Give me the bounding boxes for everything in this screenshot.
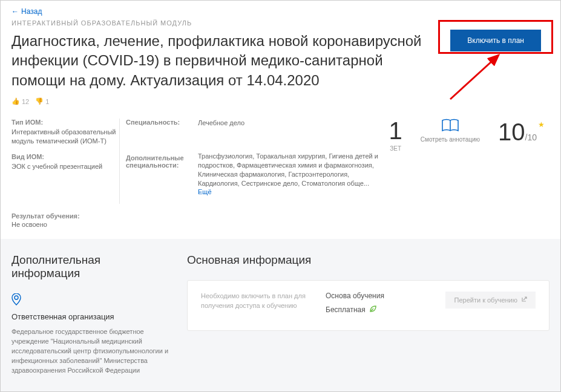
rating-max: /10 (525, 132, 537, 142)
zet-label: ЗЕТ (389, 145, 402, 152)
info-card: Необходимо включить в план для получения… (187, 280, 550, 331)
svg-line-0 (450, 55, 499, 99)
location-pin-icon (11, 293, 169, 307)
votes-row: 👍 12 👎 1 (11, 97, 550, 105)
goto-learning-button[interactable]: Перейти к обучению (445, 292, 536, 309)
extra-spec-label: Дополнительные специальности: (126, 154, 198, 169)
spec-label: Специальность: (126, 119, 198, 126)
kind-value: ЭОК с учебной презентацией (11, 162, 119, 171)
include-in-plan-button[interactable]: Включить в план (450, 30, 541, 51)
basis-label: Основа обучения (326, 292, 430, 300)
kind-label: Вид ИОМ: (11, 153, 119, 160)
leaf-icon (369, 305, 377, 315)
zet-stat: 1 ЗЕТ (389, 119, 402, 152)
arrow-annotation-icon (444, 48, 511, 102)
external-link-icon (521, 296, 527, 304)
org-label: Ответственная организация (11, 312, 169, 321)
more-link[interactable]: Ещё (198, 188, 212, 195)
thumbs-down-icon: 👎 (35, 97, 44, 105)
annotation-button[interactable]: Смотреть аннотацию (421, 119, 480, 143)
type-label: Тип ИОМ: (11, 119, 119, 126)
extra-spec-value: Трансфузиология, Торакальная хирургия, Г… (198, 152, 379, 197)
additional-info-title: Дополнительная информация (11, 253, 169, 280)
type-value: Интерактивный образовательный модуль тем… (11, 128, 119, 146)
thumbs-up-icon: 👍 (11, 97, 20, 105)
dislike-count: 1 (45, 98, 49, 105)
main-info-title: Основная информация (187, 253, 550, 267)
page-title: Диагностика, лечение, профилактика новой… (11, 31, 435, 90)
back-link[interactable]: ← Назад (11, 7, 42, 16)
like-button[interactable]: 👍 12 (11, 97, 29, 105)
goto-label: Перейти к обучению (454, 296, 517, 304)
module-type-label: ИНТЕРАКТИВНЫЙ ОБРАЗОВАТЕЛЬНЫЙ МОДУЛЬ (11, 19, 550, 27)
rating-value: 10 (498, 119, 525, 146)
free-label: Бесплатная (326, 305, 366, 314)
org-value: Федеральное государственное бюджетное уч… (11, 327, 169, 376)
arrow-left-icon: ← (11, 7, 19, 16)
star-icon: ★ (538, 120, 545, 129)
like-count: 12 (22, 98, 29, 105)
dislike-button[interactable]: 👎 1 (35, 97, 49, 105)
zet-value: 1 (389, 119, 402, 143)
rating-stat: 10 /10 ★ (498, 119, 545, 146)
info-notice: Необходимо включить в план для получения… (201, 292, 310, 310)
annotation-label: Смотреть аннотацию (421, 136, 480, 143)
book-icon (421, 119, 480, 135)
result-value: Не освоено (11, 221, 550, 228)
spec-value: Лечебное дело (198, 119, 379, 128)
result-label: Результат обучения: (11, 212, 550, 220)
back-label: Назад (21, 7, 42, 16)
